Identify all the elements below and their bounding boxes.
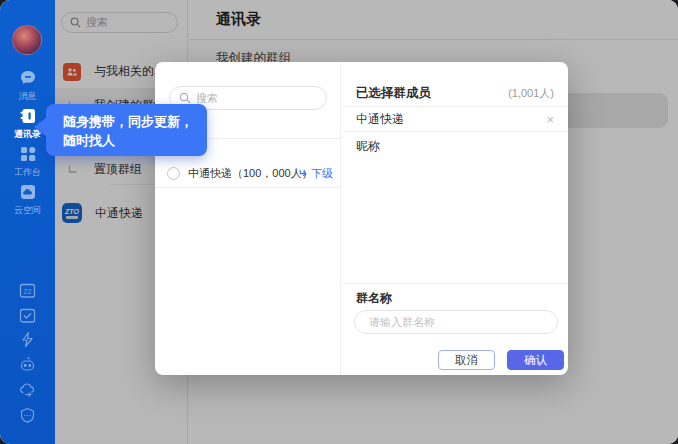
create-group-modal: 搜索 中通快递（100，000人） 下级 已选择群成员 (1,001人) 中通快… xyxy=(155,62,568,375)
nickname-label: 昵称 xyxy=(356,138,380,155)
org-row-zto[interactable]: 中通快递（100，000人） 下级 xyxy=(155,160,341,187)
sidebar-item-messages[interactable]: 消息 xyxy=(0,68,55,104)
cancel-button[interactable]: 取消 xyxy=(438,350,495,370)
app-window: 通讯录 我创建的群组 搜索 与我相关的群 我创建的群组 置顶群组 xyxy=(0,0,678,444)
confirm-button[interactable]: 确认 xyxy=(507,350,564,370)
modal-selected-panel: 已选择群成员 (1,001人) 中通快递 × 昵称 群名称 请输入群名称 取消 … xyxy=(342,62,568,375)
sublevel-icon xyxy=(299,169,308,178)
group-name-input[interactable]: 请输入群名称 xyxy=(354,310,558,334)
selected-member-name: 中通快递 xyxy=(356,111,404,128)
divider xyxy=(155,187,341,188)
svg-text:22: 22 xyxy=(24,288,32,295)
radio-button[interactable] xyxy=(167,167,180,180)
app-sidebar: 消息 通讯录 工作台 云空间 22 xyxy=(0,0,55,444)
sidebar-item-cloud-space[interactable]: 云空间 xyxy=(0,182,55,218)
selected-members-count: (1,001人) xyxy=(508,86,554,101)
org-row-label: 中通快递（100，000人） xyxy=(188,166,313,181)
robot-icon[interactable] xyxy=(18,355,37,374)
tooltip-arrow xyxy=(34,117,47,137)
selected-member-row: 中通快递 × xyxy=(342,107,568,131)
selected-members-header: 已选择群成员 (1,001人) xyxy=(342,80,568,106)
search-icon xyxy=(179,92,191,104)
cloud-sync-icon[interactable] xyxy=(18,380,37,399)
contacts-onboarding-tooltip: 随身携带，同步更新， 随时找人 xyxy=(46,104,207,156)
flash-icon[interactable] xyxy=(18,330,37,349)
message-icon xyxy=(0,68,55,88)
group-name-placeholder: 请输入群名称 xyxy=(369,315,435,330)
group-name-label: 群名称 xyxy=(356,290,392,307)
sublevel-link[interactable]: 下级 xyxy=(299,166,333,181)
divider xyxy=(342,131,568,132)
divider xyxy=(342,283,568,284)
modal-footer: 取消 确认 xyxy=(342,350,568,370)
tooltip-line1: 随身携带，同步更新， xyxy=(63,112,207,131)
shield-icon[interactable] xyxy=(18,406,37,425)
remove-member-icon[interactable]: × xyxy=(546,113,554,126)
cloud-space-icon xyxy=(0,182,55,202)
calendar-icon[interactable]: 22 xyxy=(18,281,37,300)
selected-members-title: 已选择群成员 xyxy=(356,85,431,102)
tasks-icon[interactable] xyxy=(18,306,37,325)
user-avatar[interactable] xyxy=(12,25,42,55)
tooltip-line2: 随时找人 xyxy=(63,131,207,150)
